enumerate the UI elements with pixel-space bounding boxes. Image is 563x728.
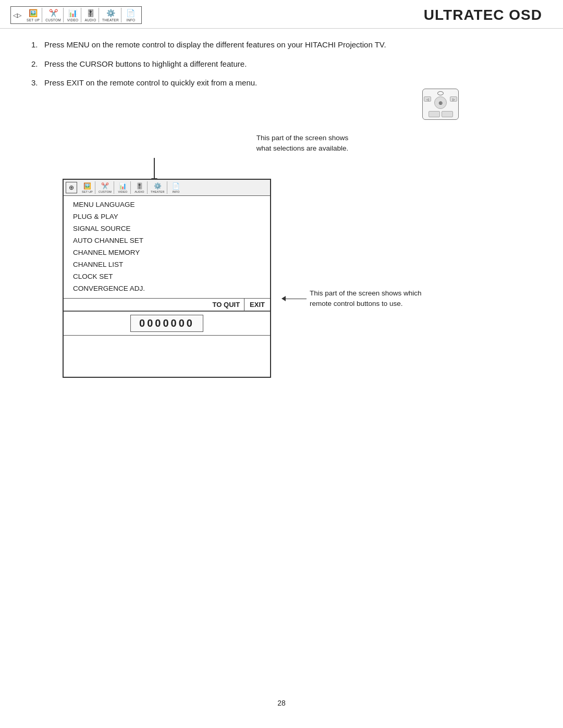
tv-nav-arrow: ⊕ <box>66 182 77 193</box>
theater-icon: ⚙️ <box>105 8 116 18</box>
tv-info-icon: 📄 <box>171 182 181 190</box>
menu-item-2: PLUG & PLAY <box>73 211 264 223</box>
instruction-3-text: Press EXIT on the remote control to quic… <box>44 78 257 87</box>
top-icon-video: 📊 VIDEO <box>65 8 81 22</box>
page-number: 28 <box>0 688 563 718</box>
callout-top-line1: This part of the screen shows <box>256 134 348 142</box>
tv-and-callout: ⊕ 🖼️ SET UP ✂️ CUSTOM 📊 VIDEO 🎚️ AUDIO <box>21 179 542 378</box>
instruction-2-num: 2. <box>31 59 42 68</box>
remote-dpad-center: ⊕ <box>434 96 447 109</box>
remote-btn-right: ▷ <box>450 96 457 102</box>
audio-icon: 🎚️ <box>85 8 96 18</box>
menu-item-8: CONVERGENCE ADJ. <box>73 283 264 295</box>
callout-right-line2: remote control buttons to use. <box>310 300 403 307</box>
custom-icon: ✂️ <box>47 8 59 18</box>
menu-item-1: MENU LANGUAGE <box>73 199 264 211</box>
tv-theater-icon: ⚙️ <box>152 182 163 190</box>
tv-menu-items: MENU LANGUAGE PLUG & PLAY SIGNAL SOURCE … <box>64 196 270 298</box>
remote-control-diagram: ◁ ⊕ ▷ <box>422 89 459 120</box>
instruction-1-text: Press MENU on the remote control to disp… <box>44 40 386 49</box>
tv-menu-bar: ⊕ 🖼️ SET UP ✂️ CUSTOM 📊 VIDEO 🎚️ AUDIO <box>64 180 270 196</box>
tv-custom-icon: ✂️ <box>100 182 110 190</box>
page-title: ULTRATEC OSD <box>424 7 542 23</box>
top-icon-setup: 🖼️ SET UP <box>25 8 42 22</box>
tv-video-icon: 📊 <box>117 182 128 190</box>
remote-antenna <box>437 91 444 95</box>
tv-icon-custom: ✂️ CUSTOM <box>96 181 114 194</box>
arrow-left-line <box>286 299 307 300</box>
right-callout-text: This part of the screen shows which remo… <box>310 288 422 310</box>
nav-arrows: ◁▷ <box>13 12 21 19</box>
tv-channel-area: 0000000 <box>64 311 270 335</box>
menu-item-3: SIGNAL SOURCE <box>73 223 264 235</box>
top-icon-audio: 🎚️ AUDIO <box>82 8 99 22</box>
tv-audio-icon: 🎚️ <box>134 182 144 190</box>
menu-item-7: CLOCK SET <box>73 271 264 283</box>
top-icon-custom: ✂️ CUSTOM <box>43 8 64 22</box>
top-icon-theater: ⚙️ THEATER <box>100 8 121 22</box>
callout-right-line1: This part of the screen shows which <box>310 289 422 297</box>
tv-icon-info: 📄 INFO <box>168 181 184 194</box>
instruction-2-text: Press the CURSOR buttons to highlight a … <box>44 59 247 68</box>
instruction-3: 3. Press EXIT on the remote control to q… <box>21 77 542 89</box>
remote-device: ◁ ⊕ ▷ <box>422 89 459 120</box>
remote-btn-b <box>442 111 453 117</box>
menu-item-6: CHANNEL LIST <box>73 259 264 271</box>
tv-icon-audio: 🎚️ AUDIO <box>132 181 148 194</box>
top-icons-strip: ◁▷ 🖼️ SET UP ✂️ CUSTOM 📊 VIDEO 🎚️ AUDIO … <box>10 6 142 24</box>
right-callout-area: This part of the screen shows which remo… <box>282 288 422 312</box>
tv-screen: ⊕ 🖼️ SET UP ✂️ CUSTOM 📊 VIDEO 🎚️ AUDIO <box>63 179 271 378</box>
tv-channel-display: 0000000 <box>130 315 203 332</box>
tv-icon-theater: ⚙️ THEATER <box>149 181 167 194</box>
top-bar: ◁▷ 🖼️ SET UP ✂️ CUSTOM 📊 VIDEO 🎚️ AUDIO … <box>0 0 563 29</box>
tv-exit: EXIT <box>244 299 270 311</box>
callout-top-line2: what selections are available. <box>256 144 348 152</box>
tv-icon-video: 📊 VIDEO <box>115 181 131 194</box>
instruction-1-num: 1. <box>31 40 42 49</box>
callout-arrow-line <box>154 158 155 179</box>
info-icon: 📄 <box>125 8 137 18</box>
video-icon: 📊 <box>67 8 79 18</box>
arrow-left-tip <box>282 296 286 301</box>
right-callout-arrow: This part of the screen shows which remo… <box>282 288 422 310</box>
tv-to-quit: TO QUIT <box>64 299 244 311</box>
callout-top-label: This part of the screen shows what selec… <box>63 133 542 154</box>
top-icon-info: 📄 INFO <box>123 8 139 22</box>
menu-item-5: CHANNEL MEMORY <box>73 247 264 259</box>
tv-bottom-bar: TO QUIT EXIT <box>64 298 270 311</box>
instruction-1: 1. Press MENU on the remote control to d… <box>21 39 542 51</box>
tv-setup-icon: 🖼️ <box>82 182 93 190</box>
tv-icon-setup: 🖼️ SET UP <box>80 181 95 194</box>
instructions-section: 1. Press MENU on the remote control to d… <box>0 29 563 102</box>
instruction-3-num: 3. <box>31 78 42 87</box>
instruction-2: 2. Press the CURSOR buttons to highlight… <box>21 58 542 70</box>
diagram-section: This part of the screen shows what selec… <box>0 122 563 388</box>
tv-lower-area <box>64 335 270 377</box>
remote-btn-a <box>429 111 440 117</box>
remote-btn-left: ◁ <box>424 96 431 102</box>
menu-item-4: AUTO CHANNEL SET <box>73 235 264 247</box>
setup-icon: 🖼️ <box>28 8 39 18</box>
